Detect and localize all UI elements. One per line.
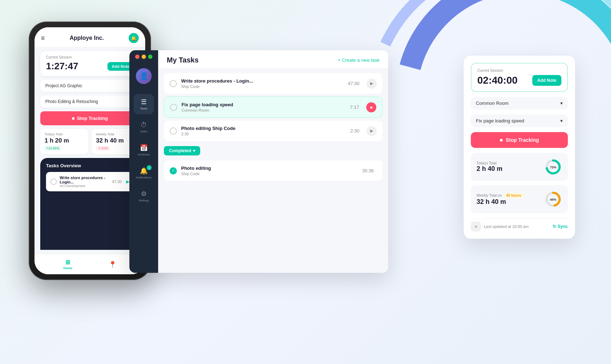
right-session-time: 02:40:00 [477, 75, 518, 86]
chevron-down-icon: ▾ [560, 118, 563, 123]
task-item-completed: ✓ Photo editing Ship Code 35:36 [164, 160, 382, 181]
task-sub: Common Room [182, 108, 346, 112]
today-donut-chart: 72% [544, 158, 562, 176]
notification-bell-icon[interactable]: 🔔 [129, 33, 139, 43]
right-today-value: 2 h 40 m [477, 165, 502, 173]
phone-task-item: Write store procedures - Login... HCI De… [46, 172, 134, 191]
task-time: 47:30 [348, 81, 359, 86]
schedule-icon: 📅 [140, 144, 148, 152]
task-play-button[interactable]: ▶ [367, 79, 377, 89]
task-item-active: Fix page loading speed Common Room 7:17 … [164, 97, 382, 118]
stop-icon: ■ [72, 116, 75, 121]
phone-screen: ≡ Apploye Inc. 🔔 Current Session 1:27:47… [35, 27, 145, 274]
sidebar-item-schedule[interactable]: 📅 Schedule [134, 140, 154, 160]
phone-today-label: Todays Total [45, 132, 84, 136]
task-name: Photo editing [181, 165, 358, 171]
phone-task-time: 47:30 [112, 179, 122, 184]
phone-session-label: Current Session [46, 55, 134, 59]
right-weekly-value: 32 h 40 m [477, 198, 523, 206]
menu-icon[interactable]: ≡ [41, 34, 45, 42]
nav-home[interactable]: ⊞ Home [63, 259, 72, 270]
user-avatar: 👤 [136, 68, 152, 84]
task-checkbox[interactable] [170, 127, 177, 135]
desktop-app-window: 👤 ☰ Tasks ⏱ Shifts 📅 Schedule 2 🔔 Notifi… [129, 50, 388, 273]
weekly-donut-chart: 46% [544, 190, 562, 208]
right-project-dropdown[interactable]: Common Room ▾ [471, 97, 568, 109]
phone-header: ≡ Apploye Inc. 🔔 [35, 27, 145, 47]
chevron-down-icon: ▾ [560, 101, 563, 106]
minimize-window-button[interactable] [142, 55, 146, 59]
right-session-label: Current Session [477, 69, 561, 73]
right-session-card: Current Session 02:40:00 Add Note [471, 63, 568, 92]
right-today-stat: Todays Total 2 h 40 m 72% [471, 153, 568, 181]
phone-task-checkbox[interactable] [50, 178, 57, 185]
sync-row: » Last updated at 10:00 am ↻ Sync [471, 218, 568, 232]
sync-arrows-icon: » [471, 221, 481, 232]
right-stop-tracking-button[interactable]: ■ Stop Tracking [471, 132, 568, 148]
sync-button[interactable]: ↻ Sync [553, 224, 568, 229]
phone-tasks-overview: Tasks Overview Write store procedures - … [40, 158, 139, 250]
task-item: Write store procedures - Login... Ship C… [164, 73, 382, 94]
phone-task-play-icon[interactable]: ▶ [126, 179, 129, 184]
tasks-list: Write store procedures - Login... Ship C… [158, 69, 388, 273]
stop-icon: ■ [500, 137, 502, 143]
tasks-overview-title: Tasks Overview [46, 163, 134, 168]
phone-stop-tracking-button[interactable]: ■ Stop Tracking [40, 111, 139, 125]
task-stop-button[interactable]: ■ [366, 102, 376, 112]
sidebar-item-notifications[interactable]: 2 🔔 Notifications [134, 163, 154, 183]
task-time: 7:17 [350, 104, 359, 110]
phone-task-name: Write store procedures - Login... [60, 176, 109, 184]
right-stats-section: Todays Total 2 h 40 m 72% Weekly Total o… [471, 153, 568, 213]
completed-badge[interactable]: Completed ▾ [164, 146, 200, 155]
home-icon: ⊞ [65, 259, 70, 266]
task-checkbox-done[interactable]: ✓ [170, 167, 177, 174]
phone-weekly-badge: -7.31% [96, 146, 110, 151]
right-today-label: Todays Total [477, 161, 502, 165]
right-panel: Current Session 02:40:00 Add Note Common… [464, 56, 575, 239]
svg-text:46%: 46% [550, 198, 556, 201]
maximize-window-button[interactable] [148, 55, 152, 59]
task-name: Write store procedures - Login... [181, 78, 343, 84]
sidebar-item-settings[interactable]: ⚙ Settings [134, 186, 154, 206]
app-main-header: My Tasks + Create a new task [158, 50, 388, 69]
app-main-title: My Tasks [167, 56, 199, 69]
settings-icon: ⚙ [141, 190, 147, 198]
phone-task-sub: HCI Development [60, 184, 109, 188]
task-play-button[interactable]: ▶ [367, 126, 377, 136]
app-main-content: My Tasks + Create a new task Write store… [158, 50, 388, 273]
right-weekly-stat: Weekly Total on 40 hours 32 h 40 m 46% [471, 185, 568, 213]
task-sub: Ship Code [181, 172, 358, 176]
phone-app-title: Apploye Inc. [70, 35, 104, 41]
create-task-link[interactable]: + Create a new task [338, 57, 380, 67]
location-icon[interactable]: 📍 [109, 261, 116, 269]
sidebar-item-tasks[interactable]: ☰ Tasks [134, 94, 154, 114]
phone-today-badge: +13.45% [45, 146, 61, 151]
task-time: 2:30 [350, 128, 359, 134]
task-name: Fix page loading speed [182, 102, 346, 107]
window-controls [135, 55, 152, 59]
phone-session-card: Current Session 1:27:47 Add Note [40, 51, 139, 76]
right-weekly-hours: 40 hours [504, 193, 523, 198]
phone-content: Current Session 1:27:47 Add Note Project… [35, 47, 145, 254]
tasks-icon: ☰ [141, 98, 147, 106]
sidebar-item-shifts[interactable]: ⏱ Shifts [134, 117, 154, 137]
task-checkbox[interactable] [170, 80, 177, 87]
right-add-note-button[interactable]: Add Note [532, 75, 561, 86]
app-sidebar: 👤 ☰ Tasks ⏱ Shifts 📅 Schedule 2 🔔 Notifi… [129, 50, 158, 273]
chevron-down-icon: ▾ [193, 148, 195, 153]
task-sub: Ship Code [181, 84, 343, 89]
phone-project-dropdown[interactable]: Project AG Graphic ▾ [40, 80, 139, 92]
phone-task-dropdown[interactable]: Photo Editing & Retouching ▾ [40, 95, 139, 108]
phone-task-value: Photo Editing & Retouching [45, 99, 98, 104]
phone-today-stat: Todays Total 1 h 20 m +13.45% [40, 129, 88, 154]
task-name: Photo editing Ship Code [181, 126, 346, 131]
right-task-dropdown[interactable]: Fix page loading speed ▾ [471, 115, 568, 127]
phone-bottom-nav: ⊞ Home 📍 [35, 254, 145, 274]
shifts-icon: ⏱ [141, 121, 147, 129]
task-checkbox[interactable] [170, 104, 177, 111]
notification-count-badge: 2 [147, 165, 152, 170]
phone-today-value: 1 h 20 m [45, 137, 84, 144]
completed-section-header: Completed ▾ [164, 146, 382, 155]
close-window-button[interactable] [135, 55, 139, 59]
task-item: Photo editing Ship Code 2:30 2:30 ▶ [164, 121, 382, 141]
